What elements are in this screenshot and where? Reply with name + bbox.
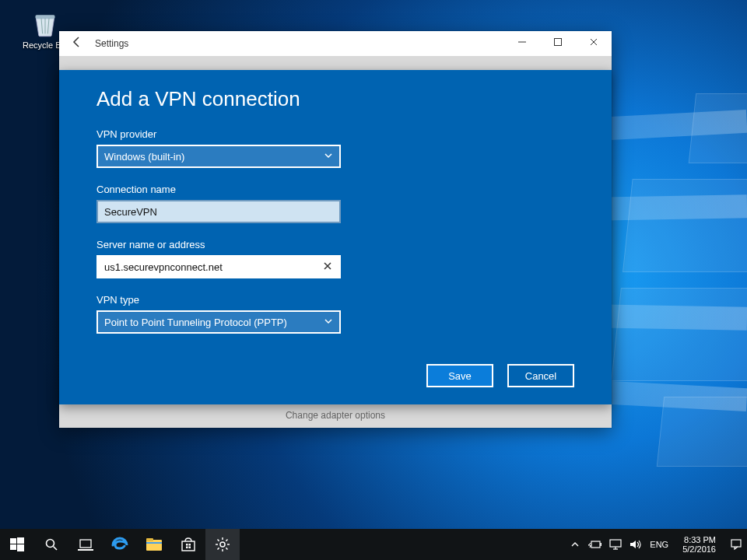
settings-title: Settings [95, 38, 504, 49]
clock-date: 5/2/2016 [682, 544, 716, 554]
add-vpn-modal: Add a VPN connection VPN provider Window… [59, 70, 612, 404]
svg-point-7 [47, 540, 54, 548]
store-icon[interactable] [171, 529, 205, 560]
svg-rect-18 [189, 547, 191, 549]
maximize-button[interactable] [540, 31, 576, 56]
svg-rect-29 [601, 543, 602, 546]
back-button[interactable] [59, 36, 95, 51]
modal-buttons: Save Cancel [426, 364, 574, 387]
settings-header-strip [59, 56, 612, 70]
desktop: Recycle Bin Settings Change adapter opti… [0, 0, 747, 560]
save-button[interactable]: Save [426, 364, 493, 387]
svg-rect-9 [80, 540, 91, 548]
vpn-provider-group: VPN provider Windows (built-in) [96, 128, 574, 168]
svg-rect-10 [78, 549, 93, 551]
svg-rect-17 [186, 547, 188, 549]
taskbar-spacer [240, 529, 566, 560]
close-button[interactable] [576, 31, 612, 56]
svg-rect-16 [189, 544, 191, 546]
svg-rect-3 [10, 538, 16, 544]
cancel-button-label: Cancel [525, 370, 556, 382]
edge-browser-icon[interactable] [103, 529, 137, 560]
settings-bottom-hint: Change adapter options [286, 410, 385, 421]
settings-bottom-strip: Change adapter options [59, 403, 612, 428]
svg-line-24 [218, 540, 219, 541]
vpn-type-dropdown[interactable]: Point to Point Tunneling Protocol (PPTP) [96, 310, 341, 334]
svg-rect-30 [610, 540, 621, 547]
svg-line-26 [218, 548, 219, 549]
system-tray: ENG 8:33 PM 5/2/2016 [566, 529, 747, 560]
server-address-group: Server name or address us1.securevpnconn… [96, 239, 574, 278]
vpn-type-label: VPN type [96, 294, 574, 306]
svg-line-8 [54, 547, 58, 551]
chevron-down-icon [324, 317, 333, 327]
clock[interactable]: 8:33 PM 5/2/2016 [676, 535, 722, 554]
settings-taskbar-icon[interactable] [205, 529, 240, 560]
chevron-down-icon [324, 151, 333, 162]
server-address-input[interactable]: us1.securevpnconnect.net [96, 255, 341, 278]
server-address-value: us1.securevpnconnect.net [104, 261, 223, 273]
svg-line-27 [226, 540, 227, 541]
clear-icon[interactable] [322, 261, 333, 274]
vpn-provider-label: VPN provider [96, 128, 574, 140]
svg-rect-33 [731, 540, 741, 547]
vpn-provider-dropdown[interactable]: Windows (built-in) [96, 145, 341, 168]
connection-name-group: Connection name SecureVPN [96, 184, 574, 223]
connection-name-value: SecureVPN [104, 206, 157, 218]
connection-name-label: Connection name [96, 184, 574, 195]
svg-rect-14 [182, 541, 195, 551]
server-address-label: Server name or address [96, 239, 574, 250]
svg-rect-13 [146, 542, 162, 544]
taskbar: ENG 8:33 PM 5/2/2016 [0, 529, 747, 560]
language-indicator[interactable]: ENG [650, 540, 668, 549]
action-center-icon[interactable] [730, 538, 742, 551]
vpn-provider-value: Windows (built-in) [104, 151, 184, 163]
network-icon[interactable] [609, 539, 622, 550]
svg-rect-11 [146, 540, 162, 551]
search-button[interactable] [34, 529, 68, 560]
volume-icon[interactable] [630, 539, 642, 550]
battery-icon[interactable] [587, 540, 601, 549]
svg-rect-12 [146, 538, 153, 541]
cancel-button[interactable]: Cancel [507, 364, 574, 387]
vpn-type-value: Point to Point Tunneling Protocol (PPTP) [104, 317, 287, 328]
svg-rect-2 [555, 39, 562, 46]
connection-name-input[interactable]: SecureVPN [96, 200, 341, 223]
start-button[interactable] [0, 529, 34, 560]
task-view-button[interactable] [68, 529, 103, 560]
svg-rect-28 [591, 541, 600, 548]
clock-time: 8:33 PM [682, 535, 716, 544]
file-explorer-icon[interactable] [137, 529, 171, 560]
svg-rect-5 [10, 544, 16, 550]
modal-title: Add a VPN connection [96, 87, 574, 111]
svg-rect-15 [186, 544, 188, 546]
svg-line-25 [226, 548, 227, 549]
settings-titlebar: Settings [59, 31, 612, 56]
save-button-label: Save [448, 370, 472, 382]
tray-chevron-icon[interactable] [570, 540, 580, 549]
vpn-type-group: VPN type Point to Point Tunneling Protoc… [96, 294, 574, 334]
svg-rect-4 [17, 537, 24, 544]
svg-point-19 [220, 542, 225, 547]
svg-rect-6 [17, 544, 24, 551]
minimize-button[interactable] [504, 31, 540, 56]
